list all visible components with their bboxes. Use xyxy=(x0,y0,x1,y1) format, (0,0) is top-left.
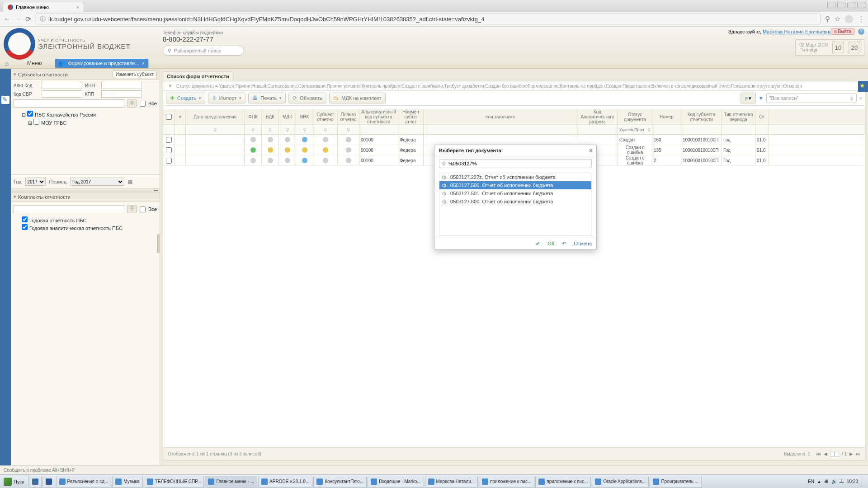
back-icon[interactable]: ← xyxy=(4,15,11,23)
taskbar-item[interactable]: приложение к пис... xyxy=(535,476,591,488)
taskbar-quicklaunch[interactable] xyxy=(29,476,42,488)
info-icon[interactable]: ⓘ xyxy=(40,15,46,23)
modal-list-item[interactable]: ф.0503127.227z. Отчет об исполнении бюдж… xyxy=(439,173,591,181)
funnel-icon[interactable]: ▼ xyxy=(168,83,173,89)
col-mdk[interactable]: МДК xyxy=(279,109,296,124)
col-num[interactable]: Номер xyxy=(652,109,681,124)
menu-nav[interactable]: Меню xyxy=(14,60,55,66)
help-icon[interactable]: ? xyxy=(858,28,864,35)
user-link[interactable]: Маркова Наталия Евгеньевна xyxy=(763,29,832,34)
create-button[interactable]: ✚Создать▾ xyxy=(166,93,205,103)
row-checkbox[interactable] xyxy=(166,158,172,164)
year-select[interactable]: 2017 xyxy=(25,178,46,186)
url-bar[interactable]: ⓘ lk.budget.gov.ru/udu-webcenter/faces/m… xyxy=(36,14,821,24)
col-vdk[interactable]: ВДК xyxy=(262,109,279,124)
clock[interactable]: 10:20 xyxy=(847,479,858,484)
close-icon[interactable]: × xyxy=(142,61,145,66)
tree-node[interactable]: ⊞ МОУ ГРБС xyxy=(15,118,155,127)
col-stat[interactable]: Статус документа xyxy=(618,109,652,124)
taskbar-item[interactable]: Проигрыватель ... xyxy=(650,476,702,488)
taskbar-item[interactable]: APRODE v.28.1.0... xyxy=(258,476,312,488)
taskbar-item[interactable]: ТЕЛЕФОННЫЕ СПР... xyxy=(144,476,204,488)
taskbar-item[interactable]: Музыка xyxy=(112,476,142,488)
col-date[interactable]: Дата представления xyxy=(186,109,245,124)
subjects-search-input[interactable] xyxy=(14,99,124,108)
last-page-icon[interactable]: ⏭ xyxy=(856,451,860,456)
col-ot[interactable]: От xyxy=(755,109,769,124)
menu-icon[interactable]: ⋮ xyxy=(858,15,864,23)
taskbar-item[interactable]: приложение к пис... xyxy=(479,476,534,488)
search-icon[interactable]: ⚲ xyxy=(127,99,137,108)
col-subj[interactable]: Субъект отчетно xyxy=(313,109,338,124)
kpp-input[interactable] xyxy=(101,90,142,98)
taskbar-item[interactable]: КонсультантПлю... xyxy=(313,476,367,488)
kits-search-input[interactable] xyxy=(14,205,124,213)
close-window-icon[interactable] xyxy=(857,2,865,8)
kits-header[interactable]: ▾ Комплекты отчетности xyxy=(11,192,160,202)
modal-search[interactable]: ⚲ %0503127% xyxy=(439,159,592,168)
search-icon[interactable]: ⚲ xyxy=(127,205,137,213)
cancel-button[interactable]: ↶ Отмена xyxy=(562,241,592,246)
kit-item[interactable]: Годовая отчетность ПБС xyxy=(15,216,155,224)
close-icon[interactable]: × xyxy=(589,147,593,154)
tray-icon[interactable]: 🖶 xyxy=(824,479,829,484)
subjects-header[interactable]: ▾ Субъекты отчетности Изменить субъект xyxy=(11,69,160,80)
row-checkbox[interactable] xyxy=(166,147,172,153)
close-icon[interactable]: × xyxy=(76,5,79,10)
edit-icon[interactable]: ✎ xyxy=(1,96,9,104)
taskbar-quicklaunch[interactable] xyxy=(42,476,55,488)
first-page-icon[interactable]: ⏮ xyxy=(816,451,821,456)
user-icon[interactable] xyxy=(827,2,835,8)
advanced-search[interactable]: ⚲ Расширенный поиск xyxy=(163,46,244,56)
ok-button[interactable]: ✔ ОК xyxy=(536,241,554,246)
col-kod[interactable]: Код субъекта отчетности xyxy=(681,109,722,124)
reload-icon[interactable]: ⟳ xyxy=(25,15,31,23)
logout-button[interactable]: ⎋ Выйти xyxy=(831,28,854,35)
panel-splitter[interactable] xyxy=(11,188,160,192)
maximize-icon[interactable] xyxy=(847,2,855,8)
print-button[interactable]: 🖶Печать▾ xyxy=(248,93,286,103)
home-icon[interactable]: ⌂ xyxy=(0,60,14,67)
col-naim[interactable]: Наимен субъе отчет xyxy=(398,109,424,124)
tree-node[interactable]: ⊟ ПБС Казначейство России xyxy=(15,110,155,118)
refresh-button[interactable]: ⟳Обновить xyxy=(288,93,326,103)
all-kits-checkbox[interactable] xyxy=(140,206,146,212)
minimize-icon[interactable] xyxy=(837,2,845,8)
all-subjects-checkbox[interactable] xyxy=(140,101,146,107)
forward-icon[interactable]: → xyxy=(14,15,22,23)
inn-input[interactable] xyxy=(101,82,142,89)
col-anal[interactable]: Код Аналитического разреза xyxy=(577,109,618,124)
view-selector[interactable]: ≡▾ xyxy=(741,93,756,103)
quick-search[interactable]: "Все записи"⊗ xyxy=(766,93,857,103)
period-select[interactable]: Год 2017 xyxy=(70,178,124,186)
col-vnk[interactable]: ВНК xyxy=(296,109,313,124)
select-all-checkbox[interactable] xyxy=(166,114,172,120)
row-checkbox[interactable] xyxy=(166,137,172,143)
star-icon[interactable]: ☆ xyxy=(835,15,840,23)
tray-icon[interactable]: ▲ xyxy=(817,479,821,484)
bookmark-tab[interactable] xyxy=(858,81,868,92)
start-button[interactable]: Пуск xyxy=(0,475,28,488)
show-desktop[interactable] xyxy=(861,476,865,487)
import-button[interactable]: ⇩Импорт▾ xyxy=(208,93,245,103)
taskbar-item[interactable]: Главное меню - ... xyxy=(205,476,257,488)
profile-icon[interactable] xyxy=(845,15,853,23)
alt-kod-input[interactable] xyxy=(42,82,82,89)
search-icon[interactable]: ⚲ xyxy=(825,15,830,23)
tray-icon[interactable]: 🖧 xyxy=(840,479,844,484)
kit-item[interactable]: Годовая аналитическая отчетность ПБС xyxy=(15,224,155,231)
modal-list-item[interactable]: ф.0503127.500. Отчет об исполнении бюдже… xyxy=(439,181,591,189)
page-number[interactable]: 1 xyxy=(830,451,839,457)
next-page-icon[interactable]: ▶ xyxy=(849,451,853,456)
calendar-icon[interactable]: ▦ xyxy=(128,179,132,185)
prev-page-icon[interactable]: ◀ xyxy=(824,451,827,456)
table-row[interactable]: 00100 Федера Создан 160 1000100100100П Г… xyxy=(163,135,865,145)
change-subject-button[interactable]: Изменить субъект xyxy=(113,70,157,78)
col-alt[interactable]: Альтернативный код субъекта отчетности xyxy=(359,109,398,124)
col-zag[interactable]: ели заголовка xyxy=(424,109,577,124)
tree-checkbox[interactable] xyxy=(27,111,33,117)
modal-list-item[interactable]: ф.0503127.501. Отчет об исполнении бюдже… xyxy=(439,189,591,197)
mdk-button[interactable]: 🗀МДК на комплект xyxy=(329,93,385,103)
col-polzo[interactable]: Пользо отчетнс xyxy=(338,109,359,124)
tree-checkbox[interactable] xyxy=(33,119,39,125)
